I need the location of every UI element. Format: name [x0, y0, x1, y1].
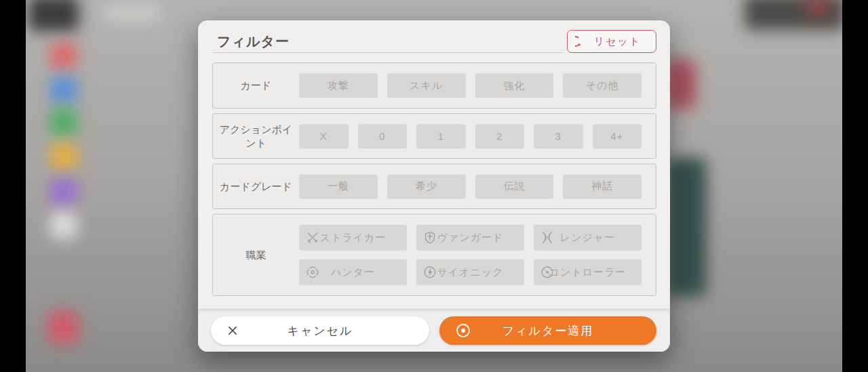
dialog-header: フィルター リセット — [198, 20, 670, 62]
class-label: コントローラー — [549, 266, 627, 279]
circle-dot-icon — [454, 322, 472, 339]
background-blob — [28, 0, 79, 31]
close-icon — [226, 324, 239, 337]
card-type-enhance-button[interactable]: 強化 — [475, 73, 554, 98]
background-menu-icon — [50, 212, 77, 239]
crossed-bows-icon — [540, 230, 555, 245]
ap-3-button[interactable]: 3 — [534, 124, 583, 149]
background-menu-icon — [50, 143, 77, 170]
crossed-swords-icon — [305, 230, 320, 245]
reticle-icon — [305, 265, 320, 280]
reset-icon — [575, 35, 589, 48]
section-label: カードグレード — [213, 180, 299, 193]
section-options: 攻撃 スキル 強化 その他 — [299, 73, 656, 98]
background-blob — [806, 0, 830, 14]
section-options: ストライカー ヴァンガード レンジャー — [299, 225, 656, 285]
class-controller-button[interactable]: コントローラー — [534, 259, 642, 285]
filter-sections: カード 攻撃 スキル 強化 その他 アクションポイント X 0 1 2 3 4+… — [212, 62, 656, 301]
grade-rare-button[interactable]: 希少 — [387, 174, 466, 199]
section-options: X 0 1 2 3 4+ — [299, 124, 656, 149]
background-blob — [666, 157, 707, 297]
lightning-circle-icon — [422, 265, 437, 280]
section-options: 一般 希少 伝説 神話 — [299, 174, 656, 199]
background-blob — [47, 311, 79, 343]
apply-filter-button[interactable]: フィルター適用 — [439, 316, 656, 345]
apply-label: フィルター適用 — [439, 323, 656, 339]
reset-label: リセット — [589, 35, 656, 48]
ap-0-button[interactable]: 0 — [358, 124, 408, 149]
grade-myth-button[interactable]: 神話 — [563, 174, 642, 199]
dialog-title: フィルター — [217, 33, 290, 51]
shield-icon — [422, 230, 437, 245]
background-blob — [666, 60, 696, 109]
filter-dialog: フィルター リセット カード 攻撃 スキル 強化 その他 アクションポイント X… — [198, 20, 670, 352]
ap-2-button[interactable]: 2 — [475, 124, 525, 149]
reset-button[interactable]: リセット — [567, 30, 656, 53]
cancel-button[interactable]: キャンセル — [211, 316, 429, 345]
class-label: ストライカー — [320, 231, 387, 244]
disc-dot-icon — [540, 265, 555, 280]
class-hunter-button[interactable]: ハンター — [299, 259, 407, 285]
filter-section-action-points: アクションポイント X 0 1 2 3 4+ — [212, 113, 656, 159]
section-label: 職業 — [213, 248, 299, 262]
card-type-attack-button[interactable]: 攻撃 — [299, 73, 378, 98]
grade-legend-button[interactable]: 伝説 — [475, 174, 554, 199]
class-label: レンジャー — [560, 231, 615, 244]
class-label: ハンター — [331, 266, 375, 279]
background-menu-icon — [50, 42, 77, 69]
class-vanguard-button[interactable]: ヴァンガード — [416, 225, 524, 250]
section-label: アクションポイント — [213, 123, 299, 149]
class-psionic-button[interactable]: サイオニック — [416, 259, 524, 285]
class-ranger-button[interactable]: レンジャー — [534, 225, 642, 250]
ap-4plus-button[interactable]: 4+ — [593, 124, 642, 149]
ap-x-button[interactable]: X — [299, 124, 349, 149]
filter-section-class: 職業 ストライカー ヴァンガード — [212, 214, 656, 296]
cancel-label: キャンセル — [211, 323, 429, 339]
background-menu-icon — [50, 178, 77, 205]
card-type-skill-button[interactable]: スキル — [387, 73, 466, 98]
ap-1-button[interactable]: 1 — [416, 124, 466, 149]
section-label: カード — [213, 79, 299, 92]
filter-section-card: カード 攻撃 スキル 強化 その他 — [212, 62, 656, 109]
dialog-footer: キャンセル フィルター適用 — [198, 309, 670, 352]
card-type-other-button[interactable]: その他 — [563, 73, 642, 98]
background-menu-icon — [50, 109, 77, 136]
grade-common-button[interactable]: 一般 — [299, 174, 378, 199]
class-striker-button[interactable]: ストライカー — [299, 225, 407, 250]
title-underline — [213, 52, 563, 53]
background-menu-icon — [50, 76, 77, 103]
class-label: サイオニック — [437, 266, 503, 279]
class-label: ヴァンガード — [437, 231, 504, 244]
filter-section-grade: カードグレード 一般 希少 伝説 神話 — [212, 164, 656, 209]
background-blob — [103, 4, 161, 22]
